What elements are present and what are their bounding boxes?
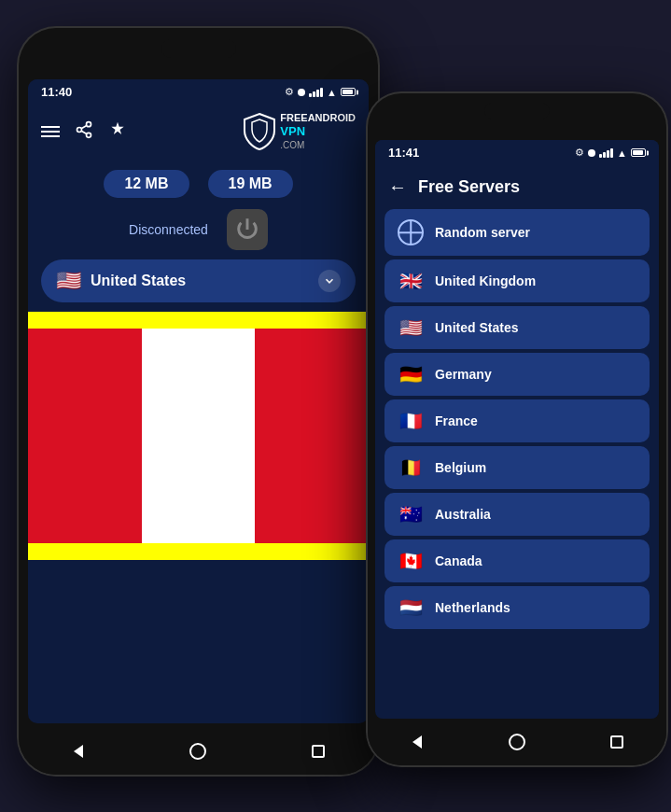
wifi-icon: ▲ bbox=[327, 87, 337, 98]
left-status-bar: 11:40 ⚙ ▲ bbox=[28, 79, 369, 105]
right-recent-nav-button[interactable] bbox=[607, 732, 627, 752]
right-time: 11:41 bbox=[388, 146, 419, 160]
server-item-fr[interactable]: 🇫🇷France bbox=[384, 399, 650, 442]
svg-line-4 bbox=[81, 125, 87, 128]
server-item-random[interactable]: Random server bbox=[384, 209, 650, 256]
ad-banner-top bbox=[28, 312, 369, 329]
left-phone: 11:40 ⚙ ▲ bbox=[19, 28, 378, 775]
logo-com: .COM bbox=[280, 140, 304, 150]
right-status-bar: 11:41 ⚙ ▲ bbox=[375, 140, 659, 165]
right-battery-icon bbox=[631, 148, 646, 157]
signal-icon bbox=[309, 87, 323, 97]
server-item-name-uk: United Kingdom bbox=[435, 273, 536, 288]
recent-nav-button[interactable] bbox=[308, 741, 329, 762]
right-dot-icon bbox=[588, 149, 595, 157]
server-item-be[interactable]: 🇧🇪Belgium bbox=[384, 446, 650, 489]
header-left-icons bbox=[41, 120, 127, 144]
server-item-name-be: Belgium bbox=[435, 460, 486, 475]
server-item-au[interactable]: 🇦🇺Australia bbox=[384, 493, 650, 536]
connection-status: Disconnected bbox=[129, 222, 208, 237]
download-stat: 12 MB bbox=[104, 170, 189, 198]
power-button[interactable] bbox=[227, 209, 268, 250]
server-item-name-de: Germany bbox=[435, 367, 492, 382]
left-phone-screen: 11:40 ⚙ ▲ bbox=[28, 79, 369, 723]
server-list-title: Free Servers bbox=[418, 177, 520, 197]
flag-icon-be: 🇧🇪 bbox=[398, 456, 424, 479]
connection-row: Disconnected bbox=[28, 203, 369, 259]
chevron-down-icon[interactable] bbox=[318, 270, 341, 292]
flag-icon-nl: 🇳🇱 bbox=[398, 596, 424, 619]
flag-icon-ca: 🇨🇦 bbox=[398, 550, 424, 572]
ad-banner-bottom bbox=[28, 543, 369, 560]
flag-icon-de: 🇩🇪 bbox=[398, 363, 424, 385]
back-arrow-icon[interactable]: ← bbox=[388, 176, 407, 198]
svg-point-2 bbox=[87, 133, 91, 137]
server-name: United States bbox=[91, 273, 186, 289]
shield-icon bbox=[243, 112, 276, 151]
flag-icon-fr: 🇫🇷 bbox=[398, 410, 424, 432]
server-item-de[interactable]: 🇩🇪Germany bbox=[384, 353, 650, 396]
right-signal-icon bbox=[599, 147, 613, 158]
settings-status-icon: ⚙ bbox=[285, 86, 294, 98]
logo: FREEANDROID VPN .COM bbox=[243, 112, 356, 151]
server-item-name-ca: Canada bbox=[435, 553, 482, 568]
right-back-nav-button[interactable] bbox=[407, 732, 427, 752]
share-icon[interactable] bbox=[75, 120, 93, 144]
battery-icon bbox=[341, 88, 356, 96]
peru-flag bbox=[28, 329, 369, 543]
home-nav-button[interactable] bbox=[188, 741, 208, 762]
right-settings-icon: ⚙ bbox=[575, 147, 584, 159]
right-phone-screen: 11:41 ⚙ ▲ ← Free Servers bbox=[375, 140, 659, 719]
logo-free: FREE bbox=[280, 112, 307, 123]
peru-white-center bbox=[142, 329, 256, 543]
server-item-us[interactable]: 🇺🇸United States bbox=[384, 306, 650, 349]
right-nav-bar bbox=[368, 719, 666, 765]
app-header: FREEANDROID VPN .COM bbox=[28, 105, 369, 159]
peru-red-left bbox=[28, 329, 142, 543]
server-item-name-us: United States bbox=[435, 320, 518, 335]
right-phone: 11:41 ⚙ ▲ ← Free Servers bbox=[368, 93, 666, 765]
server-item-name-fr: France bbox=[435, 413, 478, 428]
right-status-icons: ⚙ ▲ bbox=[575, 147, 646, 159]
logo-text: FREEANDROID VPN .COM bbox=[280, 112, 356, 151]
server-item-name-au: Australia bbox=[435, 507, 491, 522]
server-item-nl[interactable]: 🇳🇱Netherlands bbox=[384, 586, 650, 629]
server-list: Random server🇬🇧United Kingdom🇺🇸United St… bbox=[375, 209, 659, 629]
peru-red-right bbox=[255, 329, 369, 543]
server-item-name-nl: Netherlands bbox=[435, 600, 510, 615]
svg-point-0 bbox=[87, 121, 91, 126]
left-status-icons: ⚙ ▲ bbox=[285, 86, 356, 98]
back-nav-button[interactable] bbox=[68, 741, 89, 762]
left-time: 11:40 bbox=[41, 85, 72, 99]
dot-status-icon bbox=[298, 89, 305, 96]
globe-icon bbox=[398, 219, 424, 245]
left-nav-bar bbox=[19, 728, 378, 775]
server-item-ca[interactable]: 🇨🇦Canada bbox=[384, 539, 650, 582]
svg-line-3 bbox=[81, 131, 87, 133]
flag-icon-au: 🇦🇺 bbox=[398, 503, 424, 525]
svg-point-1 bbox=[77, 127, 82, 132]
server-list-header: ← Free Servers bbox=[375, 165, 659, 209]
upload-stat: 19 MB bbox=[208, 170, 293, 198]
server-flag-name: 🇺🇸 United States bbox=[56, 269, 186, 293]
stats-row: 12 MB 19 MB bbox=[28, 159, 369, 203]
server-selector[interactable]: 🇺🇸 United States bbox=[41, 259, 356, 302]
flag-icon-us: 🇺🇸 bbox=[398, 316, 424, 339]
logo-android: ANDROID bbox=[308, 112, 356, 123]
right-home-nav-button[interactable] bbox=[507, 732, 527, 752]
server-flag: 🇺🇸 bbox=[56, 269, 81, 293]
hamburger-icon[interactable] bbox=[41, 123, 60, 140]
rating-icon[interactable] bbox=[108, 120, 127, 143]
server-item-uk[interactable]: 🇬🇧United Kingdom bbox=[384, 259, 650, 302]
logo-vpn: VPN bbox=[280, 124, 305, 138]
flag-icon-uk: 🇬🇧 bbox=[398, 270, 424, 292]
right-wifi-icon: ▲ bbox=[617, 147, 627, 159]
server-item-name-random: Random server bbox=[435, 225, 530, 240]
